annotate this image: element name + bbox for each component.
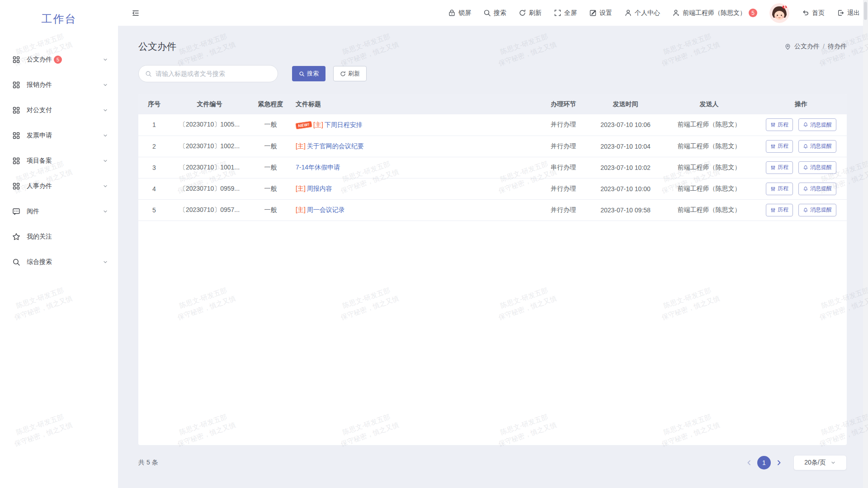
cell-step: 串行办理 bbox=[538, 157, 588, 178]
message-remind-button[interactable]: 消息提醒 bbox=[798, 204, 836, 216]
sidebar-item[interactable]: 阅件 bbox=[0, 199, 118, 224]
message-remind-button[interactable]: 消息提醒 bbox=[798, 161, 836, 174]
cell-step: 并行办理 bbox=[538, 114, 588, 136]
main-doc-tag: [主] bbox=[313, 121, 323, 129]
bell-icon bbox=[803, 186, 808, 192]
history-button[interactable]: 历程 bbox=[766, 118, 793, 131]
col-doc-no: 文件编号 bbox=[170, 94, 249, 114]
document-title-link[interactable]: NEW! [主] 下周日程安排 bbox=[296, 121, 363, 129]
header-action-label: 全屏 bbox=[564, 9, 577, 17]
main-doc-tag: [主] bbox=[296, 142, 306, 150]
search-icon bbox=[483, 9, 491, 17]
scrollbar-thumb[interactable] bbox=[864, 2, 867, 20]
cell-step: 并行办理 bbox=[538, 178, 588, 199]
history-button[interactable]: 历程 bbox=[766, 204, 793, 216]
main-content: 公文办件 公文办件 / 待办件 搜索 刷新 bbox=[118, 26, 868, 488]
star-icon bbox=[12, 233, 20, 241]
header-actions: 锁屏 搜索 刷新 全屏 设置 个人中心 前端工程师（陈思文） 5 bbox=[448, 3, 860, 23]
cell-seq: 1 bbox=[138, 114, 170, 136]
sliders-icon bbox=[770, 122, 776, 127]
grid-icon bbox=[12, 157, 20, 165]
menu-fold-icon[interactable] bbox=[131, 9, 140, 18]
message-remind-button[interactable]: 消息提醒 bbox=[798, 183, 836, 195]
title-text: 7-14年休假申请 bbox=[296, 164, 340, 172]
breadcrumb-root[interactable]: 公文办件 bbox=[794, 42, 820, 51]
header-action-button[interactable]: 全屏 bbox=[554, 9, 577, 17]
table-row: 3 〔20230710〕1001... 一般 7-14年休假申请 串行办理 20… bbox=[138, 157, 847, 178]
header-action-button[interactable]: 个人中心 bbox=[624, 9, 660, 17]
chevron-down-icon bbox=[103, 183, 108, 189]
sidebar-item[interactable]: 我的关注 bbox=[0, 224, 118, 249]
sidebar-item[interactable]: 报销办件 bbox=[0, 72, 118, 98]
breadcrumb-separator: / bbox=[823, 43, 825, 50]
table-row: 1 〔20230710〕1005... 一般 NEW! [主] 下周日程安排 并… bbox=[138, 114, 847, 136]
logout-icon bbox=[837, 9, 844, 17]
avatar[interactable] bbox=[769, 3, 789, 23]
cell-seq: 4 bbox=[138, 178, 170, 199]
header-action-label: 设置 bbox=[599, 9, 612, 17]
message-remind-button[interactable]: 消息提醒 bbox=[798, 118, 836, 131]
main-doc-tag: [主] bbox=[296, 185, 306, 193]
sidebar-menu: 公文办件 5 报销办件 对公支付 发票申请 项目备案 bbox=[0, 47, 118, 275]
header-action-button[interactable]: 设置 bbox=[589, 9, 612, 17]
sidebar-item-label: 公文办件 bbox=[27, 56, 52, 64]
sliders-icon bbox=[770, 165, 776, 170]
document-title-link[interactable]: 7-14年休假申请 bbox=[296, 164, 340, 172]
sidebar-item[interactable]: 公文办件 5 bbox=[0, 47, 118, 72]
page-scrollbar[interactable] bbox=[863, 0, 868, 488]
sidebar-item-label: 我的关注 bbox=[27, 233, 52, 241]
home-button[interactable]: 首页 bbox=[802, 9, 825, 17]
title-text: 周一会议记录 bbox=[307, 206, 345, 214]
cell-urgency: 一般 bbox=[249, 114, 292, 136]
title-text: 关于官网的会议纪要 bbox=[307, 142, 364, 150]
sliders-icon bbox=[770, 186, 776, 192]
user-count-badge: 5 bbox=[749, 9, 757, 17]
title-text: 周报内容 bbox=[307, 185, 332, 193]
refresh-button[interactable]: 刷新 bbox=[333, 66, 367, 81]
bell-icon bbox=[803, 144, 808, 149]
history-button[interactable]: 历程 bbox=[766, 183, 793, 195]
table-row: 2 〔20230710〕1002... 一般 [主] 关于官网的会议纪要 并行办… bbox=[138, 136, 847, 157]
sidebar: 工作台 公文办件 5 报销办件 对公支付 发票申请 项目备案 bbox=[0, 0, 118, 488]
user-name: 前端工程师（陈思文） bbox=[683, 9, 746, 17]
header-action-label: 刷新 bbox=[529, 9, 542, 17]
history-button[interactable]: 历程 bbox=[766, 161, 793, 174]
page-size-select[interactable]: 20条/页 bbox=[793, 455, 847, 470]
document-title-link[interactable]: [主] 关于官网的会议纪要 bbox=[296, 142, 364, 150]
cell-sender: 前端工程师（陈思文） bbox=[663, 114, 755, 136]
history-button[interactable]: 历程 bbox=[766, 140, 793, 153]
col-actions: 操作 bbox=[755, 94, 847, 114]
top-header: 锁屏 搜索 刷新 全屏 设置 个人中心 前端工程师（陈思文） 5 bbox=[118, 0, 868, 26]
search-button[interactable]: 搜索 bbox=[292, 66, 326, 81]
cell-doc-no: 〔20230710〕0959... bbox=[170, 178, 249, 199]
header-action-button[interactable]: 搜索 bbox=[483, 9, 506, 17]
search-input[interactable] bbox=[156, 70, 271, 77]
sidebar-item[interactable]: 人事办件 bbox=[0, 174, 118, 199]
col-step: 办理环节 bbox=[538, 94, 588, 114]
logout-button[interactable]: 退出 bbox=[837, 9, 860, 17]
sidebar-item[interactable]: 综合搜索 bbox=[0, 249, 118, 275]
message-remind-button[interactable]: 消息提醒 bbox=[798, 140, 836, 153]
header-action-button[interactable]: 锁屏 bbox=[448, 9, 471, 17]
chevron-down-icon bbox=[103, 209, 108, 214]
sidebar-item[interactable]: 对公支付 bbox=[0, 98, 118, 123]
sidebar-item-label: 发票申请 bbox=[27, 131, 52, 140]
grid-icon bbox=[12, 106, 20, 114]
grid-icon bbox=[12, 81, 20, 89]
header-action-button[interactable]: 刷新 bbox=[519, 9, 542, 17]
document-title-link[interactable]: [主] 周一会议记录 bbox=[296, 206, 345, 214]
next-page-icon[interactable] bbox=[775, 459, 783, 466]
sidebar-item[interactable]: 项目备案 bbox=[0, 148, 118, 174]
sidebar-item[interactable]: 发票申请 bbox=[0, 123, 118, 148]
documents-table-card: 序号 文件编号 紧急程度 文件标题 办理环节 发送时间 发送人 操作 1 〔20… bbox=[138, 94, 847, 445]
document-title-link[interactable]: [主] 周报内容 bbox=[296, 185, 332, 193]
table-header-row: 序号 文件编号 紧急程度 文件标题 办理环节 发送时间 发送人 操作 bbox=[138, 94, 847, 114]
cell-step: 并行办理 bbox=[538, 136, 588, 157]
app-logo: 工作台 bbox=[0, 12, 118, 26]
current-page-button[interactable]: 1 bbox=[757, 456, 771, 469]
cell-urgency: 一般 bbox=[249, 157, 292, 178]
prev-page-icon[interactable] bbox=[745, 459, 753, 466]
cell-step: 并行办理 bbox=[538, 199, 588, 221]
home-back-icon bbox=[802, 9, 809, 17]
current-user[interactable]: 前端工程师（陈思文） 5 bbox=[672, 9, 757, 17]
